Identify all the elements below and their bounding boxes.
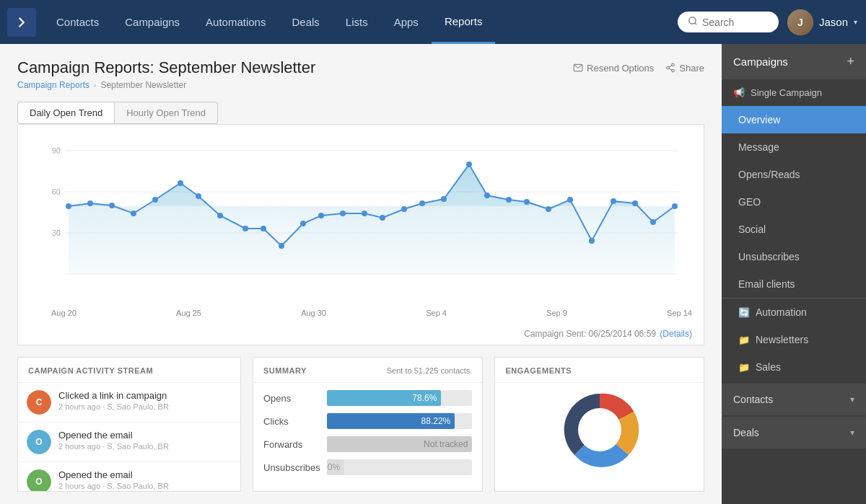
sidebar-item-message[interactable]: Message xyxy=(722,133,866,161)
nav-deals[interactable]: Deals xyxy=(279,0,332,44)
x-label-sep9: Sep 9 xyxy=(546,309,567,317)
svg-point-24 xyxy=(242,226,248,231)
svg-point-36 xyxy=(484,193,490,198)
nav-campaigns[interactable]: Campaigns xyxy=(112,0,193,44)
sidebar-item-overview[interactable]: Overview xyxy=(722,106,866,133)
page-title: Campaign Reports: September Newsletter xyxy=(17,58,315,77)
add-campaign-icon[interactable]: + xyxy=(847,54,854,69)
sidebar-label-single-campaign: Single Campaign xyxy=(751,87,822,98)
tab-group: Daily Open Trend Hourly Open Trend xyxy=(17,102,704,124)
search-input[interactable] xyxy=(702,17,774,28)
chart-area: 90 60 30 xyxy=(30,136,692,304)
svg-point-29 xyxy=(340,211,346,216)
folder-icon: 📁 xyxy=(738,335,750,345)
sidebar-campaigns-header[interactable]: Campaigns + xyxy=(722,44,866,79)
sidebar-contacts-section[interactable]: Contacts ▾ xyxy=(722,384,866,415)
summary-row-opens: Opens 78.6% xyxy=(263,390,472,406)
activity-meta: 2 hours ago · S, Sao Paulo, BR xyxy=(58,442,232,451)
summary-bar-opens: 78.6% xyxy=(327,390,441,406)
activity-meta: 2 hours ago · S, Sao Paulo, BR xyxy=(58,402,232,411)
svg-point-42 xyxy=(611,198,616,204)
x-label-aug20: Aug 20 xyxy=(51,309,76,317)
sent-details-link[interactable]: (Details) xyxy=(660,329,692,339)
avatar: C xyxy=(27,390,51,415)
sidebar-item-email-clients[interactable]: Email clients xyxy=(722,270,866,298)
sidebar-item-geo[interactable]: GEO xyxy=(722,188,866,216)
activity-panel: CAMPAIGN ACTIVITY STREAM C Clicked a lin… xyxy=(17,357,241,492)
svg-point-38 xyxy=(524,199,530,205)
tab-daily-open-trend[interactable]: Daily Open Trend xyxy=(17,102,115,124)
activity-title: CAMPAIGN ACTIVITY STREAM xyxy=(28,366,153,375)
svg-point-46 xyxy=(578,408,621,451)
nav-right-area: J Jason ▾ xyxy=(678,9,857,35)
nav-lists[interactable]: Lists xyxy=(333,0,381,44)
nav-items: Contacts Campaigns Automations Deals Lis… xyxy=(43,0,678,44)
svg-point-27 xyxy=(300,221,306,226)
svg-point-43 xyxy=(632,200,638,206)
activity-item: O Opened the email 2 hours ago · S, Sao … xyxy=(18,462,240,491)
summary-bar-wrap-clicks: 88.22% xyxy=(327,413,472,429)
svg-point-20 xyxy=(152,197,158,203)
svg-point-41 xyxy=(589,238,595,244)
svg-text:30: 30 xyxy=(52,229,61,237)
activity-list: C Clicked a link in campaign 2 hours ago… xyxy=(18,383,240,491)
svg-point-34 xyxy=(441,196,447,202)
automation-icon: 🔄 xyxy=(738,307,750,318)
svg-point-17 xyxy=(87,200,93,206)
svg-point-26 xyxy=(279,243,284,249)
search-bar[interactable] xyxy=(678,12,779,32)
svg-line-7 xyxy=(669,66,672,67)
sidebar-label-geo: GEO xyxy=(738,196,761,208)
sidebar-label-unsubscribes: Unsubscribes xyxy=(738,251,800,262)
share-label: Share xyxy=(679,63,704,74)
svg-point-45 xyxy=(672,203,678,209)
sidebar-item-unsubscribes[interactable]: Unsubscribes xyxy=(722,243,866,270)
share-icon xyxy=(665,63,675,73)
sidebar-item-newsletters[interactable]: 📁 Newsletters xyxy=(722,326,866,353)
breadcrumb-separator: › xyxy=(94,81,96,89)
chart-x-labels: Aug 20 Aug 25 Aug 30 Sep 4 Sep 9 Sep 14 xyxy=(30,304,692,323)
sidebar-item-opens-reads[interactable]: Opens/Reads xyxy=(722,161,866,188)
activity-item: C Clicked a link in campaign 2 hours ago… xyxy=(18,383,240,423)
svg-text:90: 90 xyxy=(52,146,61,155)
summary-panel-header: SUMMARY Sent to 51,225 contacts. xyxy=(253,358,482,383)
user-menu[interactable]: J Jason ▾ xyxy=(787,9,857,35)
page-layout: Campaign Reports: September Newsletter R… xyxy=(0,44,866,504)
sidebar-item-social[interactable]: Social xyxy=(722,216,866,243)
summary-label-clicks: Clicks xyxy=(263,416,321,427)
summary-bar-forwards: Not tracked xyxy=(327,436,472,452)
share-button[interactable]: Share xyxy=(665,63,704,74)
breadcrumb-parent[interactable]: Campaign Reports xyxy=(17,80,89,90)
summary-bar-label-clicks: 88.22% xyxy=(421,416,451,426)
tab-hourly-open-trend[interactable]: Hourly Open Trend xyxy=(115,102,218,124)
app-logo[interactable] xyxy=(7,8,36,37)
nav-contacts[interactable]: Contacts xyxy=(43,0,112,44)
deals-chevron-icon: ▾ xyxy=(850,428,854,438)
sidebar-item-automation[interactable]: 🔄 Automation xyxy=(722,299,866,326)
chart-container: 90 60 30 xyxy=(17,124,704,345)
bottom-panels: CAMPAIGN ACTIVITY STREAM C Clicked a lin… xyxy=(17,357,704,492)
resend-options-button[interactable]: Resend Options xyxy=(573,63,654,74)
summary-bar-label-unsubscribes: 0% xyxy=(328,462,340,472)
nav-apps[interactable]: Apps xyxy=(381,0,432,44)
nav-automations[interactable]: Automations xyxy=(193,0,279,44)
donut-chart xyxy=(560,390,639,469)
nav-reports[interactable]: Reports xyxy=(432,0,496,44)
sidebar-deals-section[interactable]: Deals ▾ xyxy=(722,417,866,448)
sidebar-item-sales[interactable]: 📁 Sales xyxy=(722,353,866,381)
sidebar-label-newsletters: Newsletters xyxy=(756,334,808,345)
svg-point-5 xyxy=(672,69,675,72)
sidebar-label-email-clients: Email clients xyxy=(738,278,795,290)
avatar-img: O xyxy=(27,430,51,454)
activity-action: Opened the email xyxy=(58,430,232,441)
activity-meta: 2 hours ago · S, Sao Paulo, BR xyxy=(58,482,232,490)
contacts-chevron-icon: ▾ xyxy=(850,394,854,404)
activity-text: Clicked a link in campaign 2 hours ago ·… xyxy=(58,390,232,415)
summary-row-unsubscribes: Unsubscribes 0% xyxy=(263,459,472,475)
svg-point-21 xyxy=(178,180,183,186)
summary-bar-label-forwards: Not tracked xyxy=(424,439,468,449)
sidebar-label-automation: Automation xyxy=(756,306,807,318)
summary-title: SUMMARY xyxy=(263,366,307,375)
activity-panel-header: CAMPAIGN ACTIVITY STREAM xyxy=(18,358,240,383)
sidebar-item-single-campaign[interactable]: 📢 Single Campaign xyxy=(722,79,866,106)
